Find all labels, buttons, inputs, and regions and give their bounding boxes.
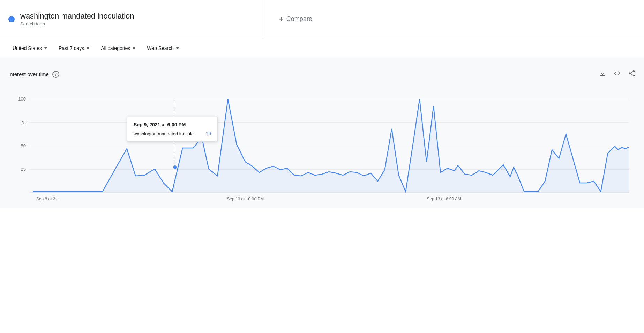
svg-text:25: 25	[21, 166, 25, 172]
time-label: Past 7 days	[59, 45, 84, 51]
compare-plus-icon: +	[279, 15, 284, 24]
compare-area: + Compare	[265, 0, 644, 38]
share-icon[interactable]	[628, 69, 636, 79]
region-filter[interactable]: United States	[8, 43, 52, 54]
embed-icon[interactable]	[613, 69, 621, 79]
help-icon[interactable]: ?	[52, 71, 59, 78]
search-term-area: washington mandated inoculation Search t…	[0, 0, 265, 38]
chart-actions	[599, 69, 636, 79]
chart-wrapper: 100 75 50 25 Sep 8 at 2:... Sep 10 at 10…	[8, 82, 636, 208]
category-chevron-icon	[132, 47, 136, 49]
search-term-text: washington mandated inoculation Search t…	[20, 12, 134, 27]
region-label: United States	[13, 45, 42, 51]
search-term-label: Search term	[20, 21, 134, 27]
svg-text:Sep 10 at 10:00 PM: Sep 10 at 10:00 PM	[227, 197, 264, 201]
chart-header: Interest over time ?	[8, 64, 636, 82]
time-filter[interactable]: Past 7 days	[54, 43, 94, 54]
interest-chart[interactable]: 100 75 50 25 Sep 8 at 2:... Sep 10 at 10…	[8, 89, 636, 207]
download-icon[interactable]	[599, 69, 606, 79]
category-label: All categories	[101, 45, 130, 51]
category-filter[interactable]: All categories	[97, 43, 140, 54]
time-chevron-icon	[86, 47, 90, 49]
svg-text:100: 100	[18, 96, 26, 102]
search-dot	[8, 16, 15, 22]
svg-text:50: 50	[21, 143, 25, 148]
chart-title: Interest over time	[8, 71, 49, 77]
header-section: washington mandated inoculation Search t…	[0, 0, 644, 38]
chart-section: Interest over time ? 100 75 50	[0, 58, 644, 208]
region-chevron-icon	[44, 47, 47, 49]
search-type-filter[interactable]: Web Search	[143, 43, 184, 54]
chart-title-area: Interest over time ?	[8, 71, 59, 78]
filter-bar: United States Past 7 days All categories…	[0, 38, 644, 58]
tooltip-dot	[173, 165, 177, 169]
svg-text:Sep 13 at 6:00 AM: Sep 13 at 6:00 AM	[427, 197, 461, 201]
svg-text:Sep 8 at 2:...: Sep 8 at 2:...	[36, 197, 60, 201]
search-term-title: washington mandated inoculation	[20, 12, 134, 21]
compare-label: Compare	[286, 15, 312, 23]
search-type-chevron-icon	[176, 47, 179, 49]
svg-text:75: 75	[21, 120, 25, 125]
search-type-label: Web Search	[147, 45, 174, 51]
compare-button[interactable]: + Compare	[279, 15, 312, 24]
